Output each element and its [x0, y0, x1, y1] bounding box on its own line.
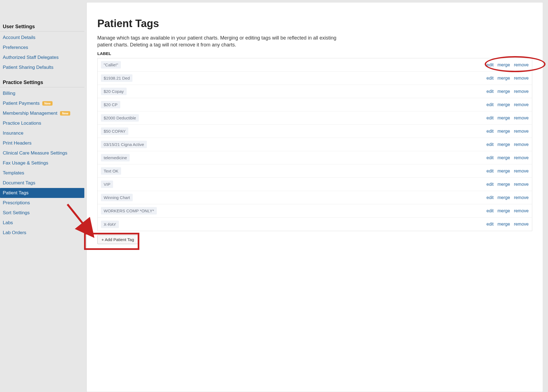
tag-label-pill: $20 Copay: [101, 88, 127, 95]
sidebar-item-label: Clinical Care Measure Settings: [3, 150, 67, 156]
sidebar-item-label: Account Details: [3, 35, 35, 40]
sidebar-item-label: Labs: [3, 220, 13, 226]
table-row: $20 Copayeditmergeremove: [98, 85, 532, 98]
merge-link[interactable]: merge: [497, 89, 510, 94]
sidebar-item-label: Sort Settings: [3, 210, 30, 216]
main-panel: Patient Tags Manage which tags are avail…: [87, 2, 543, 392]
page-title: Patient Tags: [97, 18, 532, 30]
table-row: WORKERS COMP *ONLY*editmergeremove: [98, 204, 532, 218]
tag-label-pill: $50 COPAY: [101, 127, 128, 135]
sidebar-item-label: Practice Locations: [3, 121, 41, 126]
merge-link[interactable]: merge: [497, 116, 510, 121]
new-badge: New: [60, 111, 70, 116]
edit-link[interactable]: edit: [486, 62, 494, 67]
sidebar-item-label: Prescriptions: [3, 200, 30, 206]
sidebar-item-account-details[interactable]: Account Details: [0, 33, 84, 43]
edit-link[interactable]: edit: [486, 208, 494, 213]
merge-link[interactable]: merge: [497, 76, 510, 81]
merge-link[interactable]: merge: [497, 182, 510, 187]
merge-link[interactable]: merge: [497, 142, 510, 147]
sidebar-item-preferences[interactable]: Preferences: [0, 43, 84, 53]
sidebar-section-title: User Settings: [0, 22, 84, 32]
tag-label-pill: Text OK: [101, 167, 121, 175]
edit-link[interactable]: edit: [486, 129, 494, 134]
tag-label-pill: 03/15/21 Cigna Active: [101, 141, 147, 148]
sidebar-section-title: Practice Settings: [0, 78, 84, 87]
remove-link[interactable]: remove: [514, 182, 529, 187]
merge-link[interactable]: merge: [497, 208, 510, 213]
remove-link[interactable]: remove: [514, 222, 529, 227]
sidebar-item-clinical-care-measure-settings[interactable]: Clinical Care Measure Settings: [0, 148, 84, 158]
table-row: $2000 Deductibleeditmergeremove: [98, 111, 532, 125]
remove-link[interactable]: remove: [514, 129, 529, 134]
table-row: 03/15/21 Cigna Activeeditmergeremove: [98, 138, 532, 151]
sidebar-item-fax-usage-settings[interactable]: Fax Usage & Settings: [0, 158, 84, 168]
remove-link[interactable]: remove: [514, 62, 529, 67]
remove-link[interactable]: remove: [514, 116, 529, 121]
sidebar-item-sort-settings[interactable]: Sort Settings: [0, 208, 84, 218]
remove-link[interactable]: remove: [514, 142, 529, 147]
remove-link[interactable]: remove: [514, 102, 529, 107]
merge-link[interactable]: merge: [497, 102, 510, 107]
sidebar-item-label: Patient Sharing Defaults: [3, 65, 53, 70]
remove-link[interactable]: remove: [514, 169, 529, 174]
table-row: Text OKeditmergeremove: [98, 164, 532, 178]
sidebar-item-document-tags[interactable]: Document Tags: [0, 178, 84, 188]
table-row: $20 CPeditmergeremove: [98, 98, 532, 111]
remove-link[interactable]: remove: [514, 208, 529, 213]
sidebar-item-patient-sharing-defaults[interactable]: Patient Sharing Defaults: [0, 62, 84, 72]
sidebar-item-insurance[interactable]: Insurance: [0, 128, 84, 138]
sidebar-item-prescriptions[interactable]: Prescriptions: [0, 198, 84, 208]
sidebar-item-patient-payments[interactable]: Patient PaymentsNew: [0, 98, 84, 108]
sidebar-item-label: Patient Tags: [3, 190, 28, 196]
merge-link[interactable]: merge: [497, 195, 510, 200]
sidebar-item-billing[interactable]: Billing: [0, 88, 84, 98]
sidebar: User SettingsAccount DetailsPreferencesA…: [0, 0, 84, 392]
tag-label-pill: $2000 Deductible: [101, 114, 139, 122]
tag-label-pill: VIP: [101, 181, 113, 188]
sidebar-item-label: Print Headers: [3, 140, 32, 146]
table-row: "Callie!"editmergeremove: [98, 58, 532, 72]
edit-link[interactable]: edit: [486, 116, 494, 121]
add-button-container: + Add Patient Tag: [97, 235, 532, 244]
sidebar-item-practice-locations[interactable]: Practice Locations: [0, 118, 84, 128]
table-row: VIPeditmergeremove: [98, 178, 532, 191]
merge-link[interactable]: merge: [497, 129, 510, 134]
sidebar-item-print-headers[interactable]: Print Headers: [0, 138, 84, 148]
remove-link[interactable]: remove: [514, 195, 529, 200]
remove-link[interactable]: remove: [514, 76, 529, 81]
sidebar-item-authorized-staff-delegates[interactable]: Authorized Staff Delegates: [0, 53, 84, 62]
sidebar-item-label: Templates: [3, 170, 24, 176]
edit-link[interactable]: edit: [486, 222, 494, 227]
sidebar-item-patient-tags[interactable]: Patient Tags: [0, 188, 84, 198]
merge-link[interactable]: merge: [497, 169, 510, 174]
sidebar-item-label: Lab Orders: [3, 230, 26, 236]
tag-label-pill: $1938.21 Ded: [101, 74, 132, 82]
sidebar-item-labs[interactable]: Labs: [0, 218, 84, 228]
merge-link[interactable]: merge: [497, 62, 510, 67]
tag-table: "Callie!"editmergeremove$1938.21 Dededit…: [97, 58, 532, 231]
edit-link[interactable]: edit: [486, 182, 494, 187]
tag-label-pill: Winning Chart: [101, 194, 133, 201]
edit-link[interactable]: edit: [486, 102, 494, 107]
edit-link[interactable]: edit: [486, 76, 494, 81]
tag-label-pill: X-RAY: [101, 221, 119, 228]
edit-link[interactable]: edit: [486, 169, 494, 174]
edit-link[interactable]: edit: [486, 89, 494, 94]
merge-link[interactable]: merge: [497, 155, 510, 160]
sidebar-item-membership-management[interactable]: Membership ManagementNew: [0, 108, 84, 118]
add-patient-tag-button[interactable]: + Add Patient Tag: [97, 235, 138, 244]
edit-link[interactable]: edit: [486, 142, 494, 147]
tag-label-pill: telemedicine: [101, 154, 130, 161]
edit-link[interactable]: edit: [486, 155, 494, 160]
sidebar-item-label: Insurance: [3, 130, 24, 136]
sidebar-item-label: Billing: [3, 91, 15, 96]
remove-link[interactable]: remove: [514, 155, 529, 160]
sidebar-item-lab-orders[interactable]: Lab Orders: [0, 228, 84, 238]
merge-link[interactable]: merge: [497, 222, 510, 227]
remove-link[interactable]: remove: [514, 89, 529, 94]
edit-link[interactable]: edit: [486, 195, 494, 200]
table-row: telemedicineeditmergeremove: [98, 151, 532, 164]
table-row: Winning Charteditmergeremove: [98, 191, 532, 204]
sidebar-item-templates[interactable]: Templates: [0, 168, 84, 178]
